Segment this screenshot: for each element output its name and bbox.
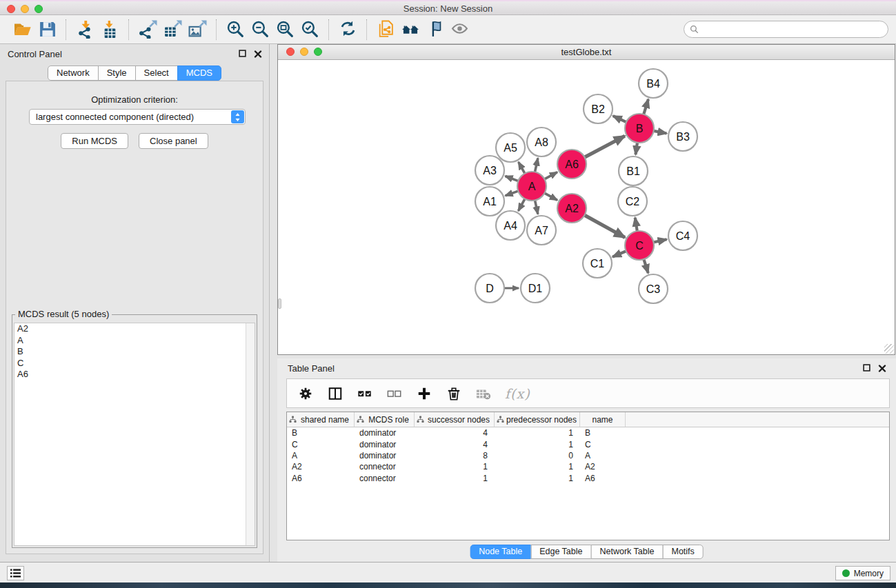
select-all-icon: [357, 386, 372, 401]
edge-A-A1[interactable]: [506, 191, 519, 196]
table-settings-button[interactable]: [297, 385, 314, 403]
graph-node-label-A5: A5: [504, 142, 517, 154]
tab-network[interactable]: Network: [48, 65, 99, 81]
edge-A2-C[interactable]: [584, 215, 625, 237]
column-header-successor-nodes[interactable]: successor nodes: [415, 412, 495, 427]
edge-A-A8[interactable]: [535, 158, 537, 172]
tab-node-table[interactable]: Node Table: [470, 545, 531, 559]
result-list-item[interactable]: A: [14, 335, 255, 347]
edge-A6-B[interactable]: [585, 136, 625, 157]
zoom-out-icon: [251, 20, 270, 39]
result-list-item[interactable]: A2: [14, 323, 255, 335]
column-header-filler: [626, 412, 889, 427]
tab-style[interactable]: Style: [98, 65, 136, 81]
close-table-panel-icon[interactable]: [877, 363, 886, 372]
new-network-from-file-button[interactable]: [373, 18, 398, 41]
table-row[interactable]: A2connector11A2: [287, 461, 889, 472]
zoom-out-button[interactable]: [248, 18, 272, 41]
list-icon: [10, 568, 21, 578]
float-panel-icon[interactable]: [238, 49, 247, 58]
edge-B-B3[interactable]: [654, 131, 667, 134]
table-cell: A: [580, 451, 626, 460]
search-field[interactable]: [684, 21, 888, 38]
table-panel-header: Table Panel: [277, 358, 896, 378]
show-graphics-details-button[interactable]: [423, 18, 448, 41]
table-row[interactable]: A6connector11A6: [287, 473, 889, 484]
select-all-button[interactable]: [357, 385, 373, 403]
function-builder-icon[interactable]: f(x): [505, 386, 530, 401]
application-window: Session: New Session Control Panel Netwo…: [0, 0, 896, 588]
close-panel-icon[interactable]: [253, 49, 262, 58]
export-image-button[interactable]: [185, 18, 210, 41]
delete-table-button[interactable]: [475, 385, 492, 403]
tab-edge-table[interactable]: Edge Table: [530, 545, 591, 559]
export-table-button[interactable]: [160, 18, 185, 41]
edge-C-C2[interactable]: [635, 218, 637, 232]
import-network-button[interactable]: [72, 18, 97, 41]
scrollbar-track[interactable]: [246, 323, 255, 545]
task-history-button[interactable]: [7, 566, 24, 580]
toolbar-separator: [128, 19, 129, 40]
optimization-criterion-select[interactable]: largest connected component (directed): [29, 109, 246, 125]
edge-A-A7[interactable]: [535, 201, 537, 214]
run-mcds-button[interactable]: Run MCDS: [61, 133, 128, 149]
tab-motifs[interactable]: Motifs: [662, 545, 703, 559]
search-input[interactable]: [701, 23, 888, 37]
splitter-handle[interactable]: [278, 298, 281, 309]
edge-A-A2[interactable]: [544, 193, 557, 200]
tab-network-table[interactable]: Network Table: [591, 545, 664, 559]
result-list-item[interactable]: A6: [14, 369, 255, 381]
edge-A-A6[interactable]: [544, 172, 557, 179]
home-button[interactable]: [398, 18, 423, 41]
table-cell: dominator: [355, 451, 415, 460]
deselect-all-button[interactable]: [386, 385, 403, 403]
edge-A-A3[interactable]: [505, 176, 518, 181]
edge-C-C4[interactable]: [653, 239, 666, 242]
export-network-button[interactable]: [135, 18, 160, 41]
edge-C-C1[interactable]: [613, 251, 626, 256]
column-type-icon: [497, 416, 504, 423]
zoom-fit-button[interactable]: [272, 18, 297, 41]
edge-B-B1[interactable]: [635, 143, 637, 154]
add-row-button[interactable]: [416, 385, 432, 403]
resize-grip[interactable]: [884, 344, 894, 354]
save-session-button[interactable]: [34, 18, 59, 41]
edge-B-B4[interactable]: [644, 99, 648, 114]
memory-status-icon: [842, 569, 850, 577]
edge-A-A5[interactable]: [519, 162, 525, 174]
result-list-item[interactable]: B: [14, 346, 255, 358]
close-panel-button[interactable]: Close panel: [139, 133, 208, 149]
birds-eye-view-button[interactable]: [448, 18, 472, 41]
network-canvas[interactable]: B4B2BB3A5A8A6A3AB1A1C2A2A4A7C4CC1C3DD1: [278, 60, 895, 354]
column-header-predecessor-nodes[interactable]: predecessor nodes: [495, 412, 580, 427]
float-table-panel-icon[interactable]: [862, 363, 871, 372]
toolbar-separator: [366, 19, 367, 40]
zoom-selected-button[interactable]: [297, 18, 322, 41]
open-file-button[interactable]: [10, 18, 34, 41]
delete-selected-rows-button[interactable]: [446, 385, 462, 403]
optimization-criterion-value: largest connected component (directed): [36, 112, 194, 122]
edge-C-C3[interactable]: [644, 259, 648, 273]
mcds-result-box: MCDS result (5 nodes) A2ABCA6: [12, 314, 257, 548]
column-header-MCDS-role[interactable]: MCDS role: [355, 412, 415, 427]
control-panel-tabs: NetworkStyleSelectMCDS: [48, 65, 221, 81]
table-row[interactable]: Adominator80A: [287, 450, 889, 461]
edge-A-A4[interactable]: [518, 199, 525, 210]
network-view-window: testGlobe.txt B4B2BB3A5A8A6A3AB1A1C2A2A4…: [277, 44, 895, 355]
column-header-shared-name[interactable]: shared name: [287, 412, 355, 427]
mcds-panel: Optimization criterion: largest connecte…: [6, 81, 263, 554]
refresh-view-button[interactable]: [335, 18, 360, 41]
column-header-name[interactable]: name: [580, 412, 626, 427]
table-body: Bdominator41BCdominator41CAdominator80AA…: [287, 427, 889, 484]
table-row[interactable]: Cdominator41C: [287, 438, 889, 449]
import-table-button[interactable]: [97, 18, 122, 41]
show-columns-button[interactable]: [327, 385, 344, 403]
result-list-item[interactable]: C: [14, 358, 255, 369]
edge-B-B2[interactable]: [613, 116, 626, 122]
graph-node-label-C4: C4: [676, 230, 690, 242]
memory-button[interactable]: Memory: [835, 566, 890, 580]
zoom-in-button[interactable]: [223, 18, 248, 41]
tab-select[interactable]: Select: [135, 65, 178, 81]
tab-mcds[interactable]: MCDS: [177, 65, 221, 81]
table-row[interactable]: Bdominator41B: [287, 427, 889, 438]
